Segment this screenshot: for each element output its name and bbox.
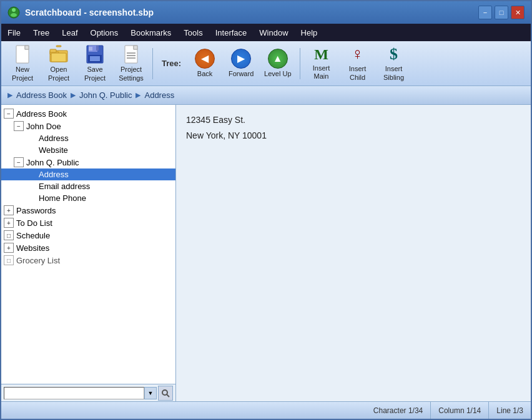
status-character: Character 1/34 xyxy=(366,402,431,419)
tree-item-address-book[interactable]: − Address Book xyxy=(1,107,175,120)
forward-button[interactable]: ▶ Forward xyxy=(224,44,259,83)
tree-item-websites[interactable]: + Websites xyxy=(1,242,175,254)
window-controls: − □ ✕ xyxy=(478,6,525,19)
menu-bookmarks[interactable]: Bookmarks xyxy=(124,24,177,41)
breadcrumb-item-0[interactable]: Address Book xyxy=(16,90,67,100)
save-project-button[interactable]: SaveProject xyxy=(77,44,112,83)
search-button[interactable] xyxy=(158,386,173,401)
menu-help[interactable]: Help xyxy=(295,24,324,41)
tree-toggle-todo[interactable]: + xyxy=(4,218,14,228)
tree-toggle-grocery[interactable]: □ xyxy=(4,255,14,265)
insert-sibling-button[interactable]: $ InsertSibling xyxy=(377,44,411,83)
toolbar-divider-2 xyxy=(300,48,300,79)
tree-label-websites: Websites xyxy=(16,243,49,253)
new-project-icon xyxy=(12,44,32,64)
tree-toggle-websites[interactable]: + xyxy=(4,243,14,253)
toolbar: NewProject OpenProject xyxy=(1,41,531,86)
tree-item-john-q-email[interactable]: Email address xyxy=(1,180,175,192)
tree-toggle-john-q[interactable]: − xyxy=(14,157,24,167)
tree-item-grocery[interactable]: □ Grocery List xyxy=(1,254,175,266)
title-bar-left: Scratchboard - screenshot.sbp xyxy=(7,6,154,19)
search-input[interactable] xyxy=(4,387,144,399)
forward-label: Forward xyxy=(229,70,254,78)
search-dropdown[interactable]: ▼ xyxy=(144,387,157,399)
tree-toggle-john-doe[interactable]: − xyxy=(14,121,24,131)
menu-interface[interactable]: Interface xyxy=(209,24,254,41)
insert-sibling-icon: $ xyxy=(384,45,404,64)
svg-rect-13 xyxy=(96,46,99,51)
tree-toggle-passwords[interactable]: + xyxy=(4,205,14,215)
tree-label-john-doe-website: Website xyxy=(39,145,68,155)
svg-point-1 xyxy=(12,8,16,12)
menu-file[interactable]: File xyxy=(1,24,27,41)
content-line-2: New York, NY 10001 xyxy=(186,128,521,144)
svg-line-24 xyxy=(167,394,169,397)
tree-item-home-phone[interactable]: Home Phone xyxy=(1,192,175,204)
tree-item-passwords[interactable]: + Passwords xyxy=(1,204,175,217)
save-project-icon xyxy=(85,44,105,64)
sidebar: − Address Book − John Doe Address Websit… xyxy=(1,105,176,401)
tree-label-home-phone: Home Phone xyxy=(39,193,86,203)
insert-child-icon: ♀ xyxy=(348,45,368,64)
tree-label-john-doe: John Doe xyxy=(26,122,61,131)
maximize-button[interactable]: □ xyxy=(495,6,508,19)
project-settings-button[interactable]: ProjectSettings xyxy=(114,44,149,83)
insert-main-label: InsertMain xyxy=(313,64,330,81)
back-button[interactable]: ◀ Back xyxy=(187,44,222,83)
svg-rect-8 xyxy=(50,49,56,52)
tree-toggle-schedule[interactable]: □ xyxy=(4,230,14,240)
breadcrumb-arrow-2: ▶ xyxy=(135,91,140,99)
tree-item-john-q-address[interactable]: Address xyxy=(1,168,175,180)
title-bar: Scratchboard - screenshot.sbp − □ ✕ xyxy=(1,1,531,24)
tree-toggle-address-book[interactable]: − xyxy=(4,109,14,119)
insert-child-button[interactable]: ♀ InsertChild xyxy=(340,44,375,83)
content-area[interactable]: 12345 Easy St. New York, NY 10001 xyxy=(176,105,531,401)
sidebar-tree[interactable]: − Address Book − John Doe Address Websit… xyxy=(1,105,175,384)
sidebar-search-bar: ▼ xyxy=(1,384,175,401)
menu-window[interactable]: Window xyxy=(253,24,294,41)
project-settings-icon xyxy=(121,44,141,64)
tree-item-schedule[interactable]: □ Schedule xyxy=(1,229,175,242)
menu-bar: File Tree Leaf Options Bookmarks Tools I… xyxy=(1,24,531,41)
app-icon xyxy=(7,6,20,19)
tree-item-john-doe-address[interactable]: Address xyxy=(1,132,175,144)
tree-item-john-doe-website[interactable]: Website xyxy=(1,144,175,156)
tree-label-passwords: Passwords xyxy=(16,206,56,215)
tree-label-john-q-address: Address xyxy=(39,170,69,179)
svg-rect-9 xyxy=(51,53,66,62)
main-area: − Address Book − John Doe Address Websit… xyxy=(1,105,531,401)
level-up-icon: ▲ xyxy=(268,49,288,69)
tree-item-john-doe[interactable]: − John Doe xyxy=(1,120,175,132)
status-spacer xyxy=(1,402,366,419)
open-project-icon xyxy=(49,44,69,64)
status-bar: Character 1/34 Column 1/14 Line 1/3 xyxy=(1,401,531,419)
svg-point-23 xyxy=(162,390,167,395)
search-icon xyxy=(160,388,170,398)
back-label: Back xyxy=(197,70,212,78)
minimize-button[interactable]: − xyxy=(478,6,492,19)
tree-item-todo[interactable]: + To Do List xyxy=(1,217,175,229)
content-line-1: 12345 Easy St. xyxy=(186,112,521,128)
insert-child-label: InsertChild xyxy=(349,65,367,81)
main-window: Scratchboard - screenshot.sbp − □ ✕ File… xyxy=(0,0,532,420)
open-project-button[interactable]: OpenProject xyxy=(41,44,76,83)
insert-main-icon: M xyxy=(312,46,332,63)
menu-leaf[interactable]: Leaf xyxy=(56,24,84,41)
menu-options[interactable]: Options xyxy=(84,24,125,41)
menu-tools[interactable]: Tools xyxy=(177,24,209,41)
insert-main-button[interactable]: M InsertMain xyxy=(304,44,339,83)
tree-label-john-doe-address: Address xyxy=(39,134,69,143)
breadcrumb-bar: ▶ Address Book ▶ John Q. Public ▶ Addres… xyxy=(1,86,531,105)
forward-icon: ▶ xyxy=(231,49,251,69)
open-project-label: OpenProject xyxy=(48,66,69,82)
svg-point-2 xyxy=(11,13,17,17)
new-project-button[interactable]: NewProject xyxy=(5,44,40,83)
tree-label-grocery: Grocery List xyxy=(16,256,60,265)
close-button[interactable]: ✕ xyxy=(511,6,525,19)
breadcrumb-item-1[interactable]: John Q. Public xyxy=(79,90,132,100)
insert-sibling-label: InsertSibling xyxy=(383,65,404,81)
tree-item-john-q-public[interactable]: − John Q. Public xyxy=(1,156,175,168)
breadcrumb-item-2[interactable]: Address xyxy=(144,90,174,100)
level-up-button[interactable]: ▲ Level Up xyxy=(260,44,295,83)
menu-tree[interactable]: Tree xyxy=(27,24,56,41)
